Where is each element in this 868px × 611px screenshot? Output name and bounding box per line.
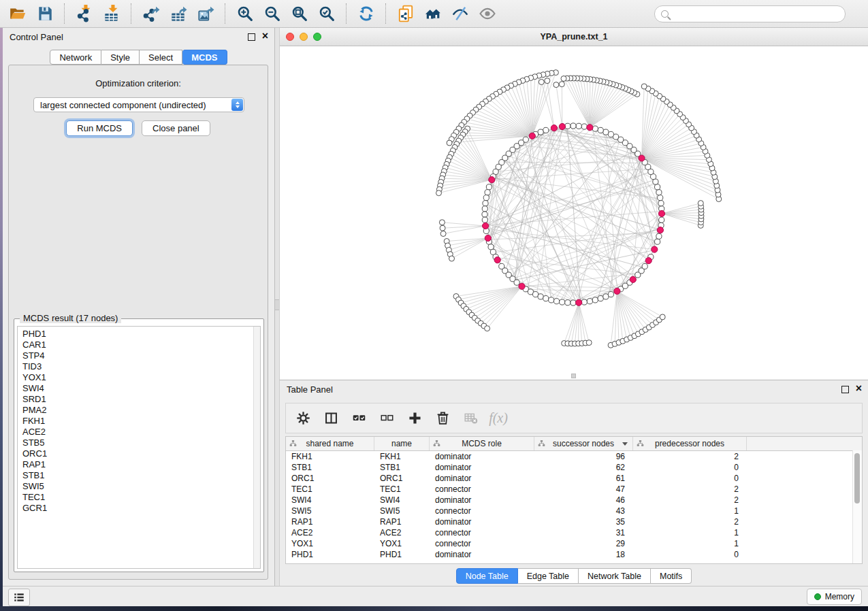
network-canvas[interactable] xyxy=(280,46,868,380)
zoom-selected-button[interactable] xyxy=(313,2,340,25)
graph-node[interactable] xyxy=(658,195,663,201)
graph-node[interactable] xyxy=(576,123,581,129)
import-network-button[interactable] xyxy=(71,2,98,25)
mcds-result-scrollbar[interactable] xyxy=(253,327,260,568)
zoom-fit-button[interactable] xyxy=(286,2,313,25)
table-row[interactable]: FKH1FKH1dominator962 xyxy=(286,451,862,462)
graph-node[interactable] xyxy=(483,195,489,201)
column-header-predecessor-nodes[interactable]: predecessor nodes xyxy=(633,437,747,450)
tab-style[interactable]: Style xyxy=(101,50,140,65)
export-image-button[interactable] xyxy=(192,2,219,25)
graph-node[interactable] xyxy=(655,239,660,244)
table-mode-button[interactable] xyxy=(295,410,311,427)
graph-node[interactable] xyxy=(483,201,488,206)
table-row[interactable]: SWI5SWI5connector431 xyxy=(286,506,862,516)
graph-node[interactable] xyxy=(642,263,647,269)
graph-hub-node[interactable] xyxy=(494,257,500,263)
graph-node[interactable] xyxy=(592,297,598,303)
table-row[interactable]: STB1STB1dominator620 xyxy=(286,462,862,473)
graph-node[interactable] xyxy=(570,300,576,306)
tab-network-table[interactable]: Network Table xyxy=(579,568,651,584)
graph-node[interactable] xyxy=(659,217,664,222)
graph-node[interactable] xyxy=(559,82,564,87)
graph-hub-node[interactable] xyxy=(587,125,593,131)
save-session-button[interactable] xyxy=(31,2,59,25)
graph-node[interactable] xyxy=(539,80,544,85)
graph-hub-node[interactable] xyxy=(483,222,489,229)
graph-hub-node[interactable] xyxy=(529,133,535,139)
column-header-successor-nodes[interactable]: successor nodes xyxy=(534,437,633,450)
graph-hub-node[interactable] xyxy=(652,246,658,252)
run-mcds-button[interactable]: Run MCDS xyxy=(66,120,133,136)
graph-node[interactable] xyxy=(514,280,519,285)
select-all-rows-button[interactable] xyxy=(351,410,367,427)
float-panel-icon[interactable] xyxy=(248,33,255,41)
hide-details-button[interactable] xyxy=(447,2,474,25)
graph-node[interactable] xyxy=(554,299,560,304)
graph-node[interactable] xyxy=(447,140,452,146)
graph-hub-node[interactable] xyxy=(559,123,565,129)
graph-node[interactable] xyxy=(482,212,487,217)
search-networks-button[interactable] xyxy=(419,2,447,25)
minimize-window-icon[interactable] xyxy=(300,33,308,41)
tab-node-table[interactable]: Node Table xyxy=(456,568,518,584)
graph-node[interactable] xyxy=(581,299,587,305)
graph-node[interactable] xyxy=(587,299,592,304)
task-history-button[interactable] xyxy=(8,589,30,606)
show-details-button[interactable] xyxy=(474,2,501,25)
table-row[interactable]: ORC1ORC1dominator610 xyxy=(286,473,862,484)
graph-node[interactable] xyxy=(553,82,559,88)
tab-motifs[interactable]: Motifs xyxy=(651,568,692,584)
zoom-window-icon[interactable] xyxy=(313,33,321,41)
mcds-result-list[interactable]: PHD1CAR1STP4TID3YOX1SWI4SRD1PMA2FKH1ACE2… xyxy=(17,326,261,569)
tab-network[interactable]: Network xyxy=(50,50,101,65)
graph-node[interactable] xyxy=(658,201,664,206)
graph-node[interactable] xyxy=(533,292,539,297)
graph-node[interactable] xyxy=(660,314,665,320)
column-header-MCDS-role[interactable]: MCDS role xyxy=(430,437,534,450)
graph-node[interactable] xyxy=(570,123,576,129)
close-window-icon[interactable] xyxy=(286,33,294,41)
graph-hub-node[interactable] xyxy=(639,155,645,161)
graph-node[interactable] xyxy=(698,201,703,206)
graph-hub-node[interactable] xyxy=(658,210,664,216)
export-network-button[interactable] xyxy=(138,2,165,25)
graph-node[interactable] xyxy=(656,233,662,239)
graph-node[interactable] xyxy=(560,299,565,305)
memory-button[interactable]: Memory xyxy=(807,589,862,605)
graph-node[interactable] xyxy=(545,78,550,84)
delete-column-button[interactable] xyxy=(434,410,451,427)
table-row[interactable]: SWI4SWI4dominator462 xyxy=(286,495,862,506)
network-from-file-button[interactable] xyxy=(392,2,419,25)
open-file-button[interactable] xyxy=(4,2,31,25)
graph-node[interactable] xyxy=(440,225,445,231)
zoom-out-button[interactable] xyxy=(259,2,286,25)
tab-select[interactable]: Select xyxy=(140,50,182,65)
graph-hub-node[interactable] xyxy=(485,235,491,241)
create-column-button[interactable] xyxy=(406,410,423,427)
search-input[interactable] xyxy=(669,7,845,20)
close-panel-icon[interactable]: × xyxy=(856,385,862,393)
graph-node[interactable] xyxy=(549,297,554,303)
deselect-all-rows-button[interactable] xyxy=(379,410,395,427)
tab-mcds[interactable]: MCDS xyxy=(182,50,227,65)
graph-node[interactable] xyxy=(565,300,570,306)
close-panel-icon[interactable]: × xyxy=(262,33,268,41)
graph-node[interactable] xyxy=(608,131,613,137)
graph-node[interactable] xyxy=(482,217,487,222)
graph-hub-node[interactable] xyxy=(489,177,495,183)
graph-node[interactable] xyxy=(439,220,445,225)
graph-node[interactable] xyxy=(655,184,660,190)
graph-node[interactable] xyxy=(482,206,487,212)
graph-node[interactable] xyxy=(449,256,455,261)
graph-node[interactable] xyxy=(488,244,494,250)
graph-node[interactable] xyxy=(598,296,603,301)
graph-node[interactable] xyxy=(592,126,598,131)
graph-node[interactable] xyxy=(603,129,609,135)
zoom-in-button[interactable] xyxy=(231,2,259,25)
close-panel-button[interactable]: Close panel xyxy=(142,120,210,136)
graph-node[interactable] xyxy=(543,127,549,133)
graph-node[interactable] xyxy=(598,127,603,133)
graph-hub-node[interactable] xyxy=(519,283,525,289)
refresh-layout-button[interactable] xyxy=(353,2,380,25)
